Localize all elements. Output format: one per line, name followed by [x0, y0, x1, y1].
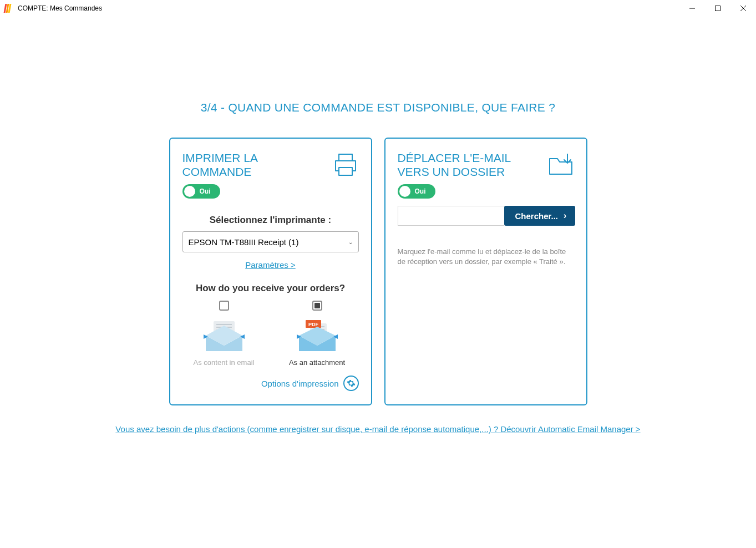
email-content-icon: [202, 318, 246, 353]
print-card-title: IMPRIMER LA COMMANDE: [182, 151, 329, 179]
search-folder-button[interactable]: Chercher... ›: [504, 206, 576, 226]
move-email-card: DÉPLACER L'E-MAIL VERS UN DOSSIER Oui Ch…: [384, 138, 587, 405]
printer-selected-value: EPSON TM-T88III Receipt (1): [189, 237, 299, 247]
title-bar: COMPTE: Mes Commandes: [0, 0, 756, 17]
close-button[interactable]: [730, 0, 756, 17]
more-actions-link[interactable]: Vous avez besoin de plus d'actions (comm…: [0, 424, 756, 434]
print-options-link[interactable]: Options d'impression: [261, 379, 339, 388]
email-attachment-icon: PDF: [296, 318, 339, 353]
folder-search-input[interactable]: [398, 206, 504, 226]
print-order-card: IMPRIMER LA COMMANDE Oui Sélectionnez l'…: [169, 138, 372, 405]
svg-rect-1: [716, 6, 721, 11]
printer-icon: [332, 151, 359, 180]
option-as-attachment[interactable]: PDF As an attachment: [284, 301, 351, 367]
checkbox-content-in-email[interactable]: [219, 301, 229, 311]
folder-download-icon: [547, 151, 574, 180]
app-logo-icon: [4, 4, 13, 13]
printer-select[interactable]: EPSON TM-T88III Receipt (1) ⌄: [182, 231, 359, 252]
minimize-button[interactable]: [679, 0, 705, 17]
page-title: 3/4 - QUAND UNE COMMANDE EST DISPONIBLE,…: [0, 101, 756, 114]
print-toggle-label: Oui: [200, 187, 211, 195]
chevron-right-icon: ›: [564, 211, 566, 221]
gear-icon: [347, 379, 356, 388]
option-content-in-email[interactable]: As content in email: [191, 301, 257, 367]
maximize-button[interactable]: [705, 0, 730, 17]
move-toggle-label: Oui: [415, 187, 426, 195]
option-content-label: As content in email: [194, 358, 255, 367]
print-options-gear-button[interactable]: [343, 376, 359, 391]
move-help-text: Marquez l'e-mail comme lu et déplacez-le…: [398, 247, 574, 267]
search-button-label: Chercher...: [515, 211, 559, 221]
print-toggle[interactable]: Oui: [182, 184, 220, 199]
select-printer-label: Sélectionnez l'imprimante :: [182, 215, 359, 226]
chevron-down-icon: ⌄: [348, 239, 353, 245]
checkbox-as-attachment[interactable]: [312, 301, 322, 311]
move-card-title: DÉPLACER L'E-MAIL VERS UN DOSSIER: [398, 151, 544, 179]
move-toggle[interactable]: Oui: [398, 184, 435, 199]
receive-orders-label: How do you receive your orders?: [182, 283, 359, 294]
option-attachment-label: As an attachment: [289, 358, 345, 367]
window-title: COMPTE: Mes Commandes: [18, 4, 102, 12]
parameters-link[interactable]: Paramètres >: [182, 260, 359, 270]
svg-text:PDF: PDF: [308, 322, 319, 327]
